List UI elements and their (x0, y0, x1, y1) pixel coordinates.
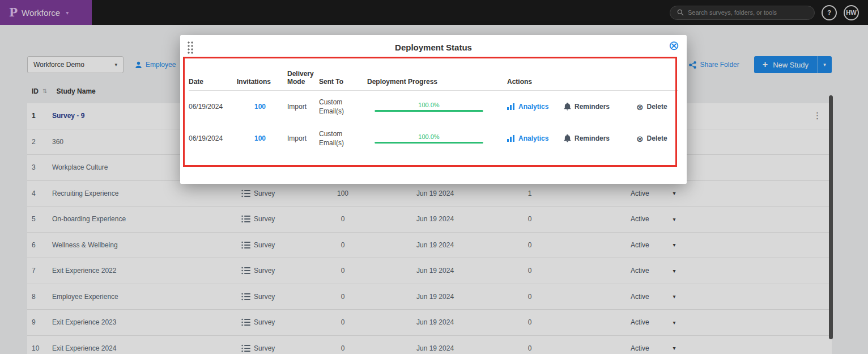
deployment-table: Date Invitations Delivery Mode Sent To D… (180, 59, 687, 154)
progress-percent-label: 100.0% (375, 102, 483, 108)
column-header-sent-to: Sent To (315, 78, 365, 86)
column-header-actions: Actions (499, 78, 678, 86)
analytics-chart-icon (507, 103, 515, 110)
delivery-mode-value: Import (283, 134, 315, 142)
deployment-row: 06/19/2024 100 Import Custom Email(s) 10… (189, 91, 678, 123)
progress-bar (375, 142, 483, 144)
deployment-status-modal: Deployment Status ⊗ Date Invitations Del… (180, 35, 687, 184)
modal-header: Deployment Status ⊗ (180, 35, 687, 59)
sent-to-value: Custom Email(s) (315, 129, 361, 148)
progress-bar-fill (375, 142, 483, 144)
progress-percent-label: 100.0% (375, 133, 483, 140)
invitations-link[interactable]: 100 (254, 134, 266, 142)
deployment-progress: 100.0% (365, 133, 499, 144)
analytics-chart-icon (507, 135, 515, 142)
column-header-deployment-progress: Deployment Progress (365, 78, 499, 86)
reminders-button[interactable]: Reminders (564, 103, 636, 111)
column-header-delivery-mode: Delivery Mode (283, 70, 315, 86)
invitations-link[interactable]: 100 (254, 103, 266, 111)
bell-icon (564, 103, 571, 111)
row-actions: Analytics Reminders ⊗ Delete (499, 103, 678, 111)
bell-icon (564, 134, 571, 142)
analytics-button[interactable]: Analytics (507, 134, 564, 142)
progress-bar-fill (375, 110, 483, 112)
drag-handle-icon[interactable] (187, 41, 194, 54)
deployment-table-header: Date Invitations Delivery Mode Sent To D… (189, 59, 678, 91)
column-header-date: Date (189, 78, 237, 86)
delete-icon: ⊗ (636, 134, 644, 143)
deployment-date: 06/19/2024 (189, 103, 237, 111)
close-icon[interactable]: ⊗ (669, 39, 679, 52)
deployment-date: 06/19/2024 (189, 134, 237, 142)
deployment-row: 06/19/2024 100 Import Custom Email(s) 10… (189, 123, 678, 154)
delete-icon: ⊗ (636, 103, 644, 111)
delete-button[interactable]: ⊗ Delete (636, 103, 667, 111)
delivery-mode-value: Import (283, 103, 315, 111)
deployment-progress: 100.0% (365, 102, 499, 112)
sent-to-value: Custom Email(s) (315, 98, 361, 116)
delete-button[interactable]: ⊗ Delete (636, 134, 667, 143)
modal-title: Deployment Status (395, 43, 472, 52)
analytics-button[interactable]: Analytics (507, 103, 564, 111)
modal-rows: 06/19/2024 100 Import Custom Email(s) 10… (189, 91, 678, 154)
column-header-invitations: Invitations (237, 78, 283, 86)
reminders-button[interactable]: Reminders (564, 134, 636, 142)
row-actions: Analytics Reminders ⊗ Delete (499, 134, 678, 143)
progress-bar (375, 110, 483, 112)
